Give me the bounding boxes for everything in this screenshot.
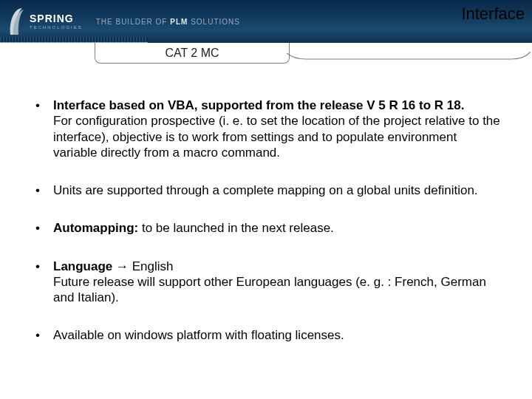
spring-logo-icon — [7, 5, 27, 38]
tab-cat2mc: CAT 2 MC — [95, 43, 290, 64]
header-bar: SPRING TECHNOLOGIES THE BUILDER OF PLM S… — [0, 0, 532, 43]
header-pattern-strip — [0, 37, 148, 43]
bullet1-strong: Interface based on VBA, supported from t… — [53, 98, 464, 112]
list-item: Interface based on VBA, supported from t… — [31, 98, 504, 160]
tagline: THE BUILDER OF PLM SOLUTIONS — [96, 18, 240, 26]
tagline-plm: PLM — [170, 18, 188, 26]
bullet2-text: Units are supported through a complete m… — [53, 183, 478, 197]
bullet3-strong: Automapping: — [53, 221, 138, 235]
tab-row: CAT 2 MC — [0, 43, 532, 68]
bullet3-rest: to be launched in the next release. — [138, 221, 334, 235]
list-item: Language → English Future release will s… — [31, 259, 504, 306]
bullet-list: Interface based on VBA, supported from t… — [31, 98, 504, 344]
tagline-prefix: THE BUILDER OF — [96, 18, 171, 26]
list-item: Available on windows platform with float… — [31, 327, 504, 343]
content-area: Interface based on VBA, supported from t… — [0, 68, 532, 344]
list-item: Automapping: to be launched in the next … — [31, 220, 504, 236]
tab-connector-line — [287, 50, 531, 59]
bullet4-lang: English — [132, 259, 174, 273]
list-item: Units are supported through a complete m… — [31, 183, 504, 198]
logo-text: SPRING — [30, 13, 83, 24]
bullet5-text: Available on windows platform with float… — [53, 328, 344, 342]
bullet4-rest: Future release will support other Europe… — [53, 275, 486, 304]
tagline-suffix: SOLUTIONS — [188, 18, 240, 26]
bullet4-strong: Language — [53, 259, 112, 273]
page-title: Interface — [461, 4, 525, 24]
logo-text-block: SPRING TECHNOLOGIES — [30, 13, 83, 30]
bullet1-rest: For configuration prospective (i. e. to … — [53, 114, 500, 160]
logo-subtext: TECHNOLOGIES — [30, 25, 83, 30]
arrow-icon: → — [112, 259, 132, 273]
